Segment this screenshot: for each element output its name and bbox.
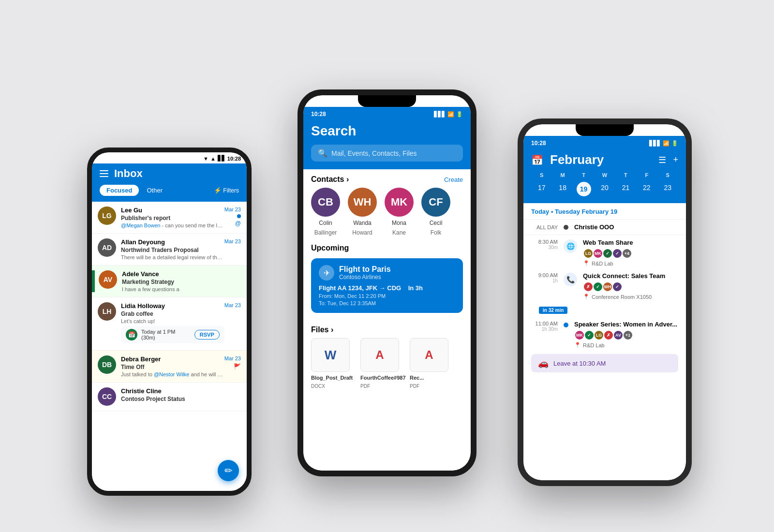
contact-name-cecil: Cecil	[430, 220, 443, 226]
email-subject: Grab coffee	[121, 310, 224, 317]
list-view-icon[interactable]: ☰	[658, 155, 666, 165]
signal-bars-right: ▋▋▋	[649, 140, 661, 147]
attendee-q1: ✗	[583, 281, 594, 292]
quick-connect-icon: 📞	[564, 273, 577, 286]
file-fourth[interactable]: A FourthCoffee#987 PDF	[360, 338, 404, 389]
flight-to: To: Tue, Dec 12 3:35AM	[319, 300, 455, 306]
cal-date-21[interactable]: 21	[615, 182, 636, 196]
email-content-christie: Christie Cline Contoso Project Status	[121, 387, 241, 406]
email-name: Christie Cline	[121, 387, 241, 395]
filters-button[interactable]: ⚡ Filters	[214, 187, 239, 194]
lightning-icon: ⚡	[214, 187, 222, 194]
email-name: Lee Gu	[121, 207, 224, 214]
event-icon: 📅	[126, 329, 137, 340]
speaker-dot	[564, 323, 568, 327]
event-christie-ooo: Christie OOO	[574, 223, 614, 231]
cal-action-icons: ☰ +	[658, 155, 678, 165]
cal-date-17[interactable]: 17	[531, 182, 552, 196]
email-content-debra: Debra Berger Time Off Just talked to @Ne…	[121, 355, 224, 377]
status-time-center: 10:28	[311, 111, 326, 118]
email-item-lee-gu[interactable]: LG Lee Gu Publisher's report @Megan Bowe…	[92, 202, 247, 234]
contact-last-cecil: Folk	[431, 229, 442, 236]
status-icons-center: ▋▋▋ 📶 🔋	[434, 111, 463, 118]
cal-date-23[interactable]: 23	[657, 182, 678, 196]
search-header: Search 🔍 Mail, Events, Contacts, Files	[303, 119, 471, 169]
contact-wanda[interactable]: WH Wanda Howard	[348, 188, 377, 236]
event-web-team[interactable]: 8:30 AM 30m 🌐 Web Team Share LG MK ✓ ✓ +…	[523, 236, 686, 269]
email-name: Lidia Holloway	[121, 302, 224, 310]
in-32-badge: in 32 min	[539, 307, 567, 314]
cal-date-18[interactable]: 18	[552, 182, 573, 196]
event-body-speaker: Speaker Series: Women in Adver... MK ✓ L…	[574, 321, 678, 348]
contact-last-mona: Kane	[392, 229, 406, 236]
tab-focused[interactable]: Focused	[100, 185, 139, 196]
event-speaker-series[interactable]: 11:00 AM 1h 30m Speaker Series: Women in…	[523, 318, 686, 351]
event-quick-connect[interactable]: 9:00 AM 1h 📞 Quick Connect: Sales Team ✗…	[523, 269, 686, 303]
event-title-speaker: Speaker Series: Women in Adver...	[574, 321, 678, 328]
tab-other[interactable]: Other	[143, 185, 166, 196]
status-bar-right: 10:28 ▋▋▋ 📶 🔋	[523, 136, 686, 148]
phone-search: 10:28 ▋▋▋ 📶 🔋 Search 🔍 Mail, Events, Con…	[298, 89, 476, 476]
attendee-plus-s: +1	[623, 330, 633, 340]
network-icon: ▲	[210, 156, 216, 162]
file-blog[interactable]: W Blog_Post_Draft DOCX	[311, 338, 355, 389]
email-item-adele[interactable]: AV Adele Vance Marketing Strategy I have…	[92, 266, 247, 297]
cal-date-19-today[interactable]: 19	[577, 182, 591, 196]
avatar-lee-gu: LG	[98, 207, 116, 225]
status-icons-right: ▋▋▋ 📶 🔋	[649, 140, 678, 147]
email-content-lidia: Lidia Holloway Grab coffee Let's catch u…	[121, 302, 224, 345]
wifi-icon-right: 📶	[663, 140, 670, 147]
email-item-debra[interactable]: DB Debra Berger Time Off Just talked to …	[92, 351, 247, 383]
status-time-left: 10:28	[227, 156, 241, 162]
contacts-title: Contacts ›	[311, 175, 349, 184]
signal-icon: ▼	[203, 156, 208, 162]
contacts-row: CB Colin Ballinger WH Wanda Howard	[303, 188, 471, 244]
hamburger-menu[interactable]	[100, 170, 108, 177]
email-item-christie[interactable]: CC Christie Cline Contoso Project Status	[92, 383, 247, 411]
email-meta: Mar 23	[224, 302, 241, 345]
file-type-blog: DOCX	[311, 384, 355, 389]
email-item-allan[interactable]: AD Allan Deyoung Northwind Traders Propo…	[92, 234, 247, 266]
rsvp-button[interactable]: RSVP	[194, 330, 220, 340]
contact-last-wanda: Howard	[352, 229, 372, 236]
location-pin-icon-s: 📍	[574, 342, 581, 348]
contact-mona[interactable]: MK Mona Kane	[385, 188, 414, 236]
attendee-1: LG	[583, 248, 594, 259]
event-location-quick: 📍 Conference Room X1050	[583, 294, 678, 300]
email-item-lidia[interactable]: LH Lidia Holloway Grab coffee Let's catc…	[92, 297, 247, 351]
flag-icon: 🚩	[234, 363, 241, 370]
add-event-icon[interactable]: +	[673, 155, 678, 165]
contact-last-colin: Ballinger	[314, 229, 337, 236]
file-name-fourth: FourthCoffee#987	[360, 375, 404, 381]
contact-name-mona: Mona	[392, 220, 406, 226]
email-content-allan: Allan Deyoung Northwind Traders Proposal…	[121, 238, 224, 260]
file-icon-pdf: A	[360, 338, 399, 372]
inbox-title: Inbox	[114, 167, 143, 180]
notch-center	[358, 95, 416, 107]
compose-fab[interactable]: ✏	[218, 460, 239, 481]
event-all-day[interactable]: ALL DAY Christie OOO	[523, 221, 686, 234]
search-bar[interactable]: 🔍 Mail, Events, Contacts, Files	[311, 145, 463, 162]
event-location-web: 📍 R&D Lab	[583, 260, 678, 266]
cal-date-20[interactable]: 20	[594, 182, 615, 196]
flight-card[interactable]: ✈ Flight to Paris Contoso Airlines Fligh…	[311, 258, 463, 313]
flight-airline: Contoso Airlines	[339, 274, 391, 281]
contact-cecil[interactable]: CF Cecil Folk	[421, 188, 450, 236]
battery-icon-right: 🔋	[671, 140, 678, 147]
avatar-lidia: LH	[98, 302, 116, 321]
event-reminder: 📅 Today at 1 PM (30m) RSVP	[121, 326, 224, 343]
cal-date-22[interactable]: 22	[636, 182, 657, 196]
create-button[interactable]: Create	[444, 176, 463, 183]
today-header: Today • Tuesday February 19	[523, 203, 686, 218]
attendee-s4: ✗	[603, 330, 614, 340]
file-rec[interactable]: A Rec... PDF	[410, 338, 453, 389]
at-icon: @	[235, 220, 241, 227]
calendar-content: Today • Tuesday February 19 ALL DAY Chri…	[523, 203, 686, 480]
avatar-adele: AV	[99, 270, 117, 289]
contact-colin[interactable]: CB Colin Ballinger	[311, 188, 340, 236]
inbox-header: Inbox Focused Other ⚡ Filters	[92, 163, 247, 202]
email-subject: Marketing Strategy	[122, 279, 241, 285]
attendee-s2: ✓	[584, 330, 595, 340]
email-meta: Mar 23	[224, 238, 241, 260]
email-preview: There will be a detailed legal review of…	[121, 254, 224, 260]
